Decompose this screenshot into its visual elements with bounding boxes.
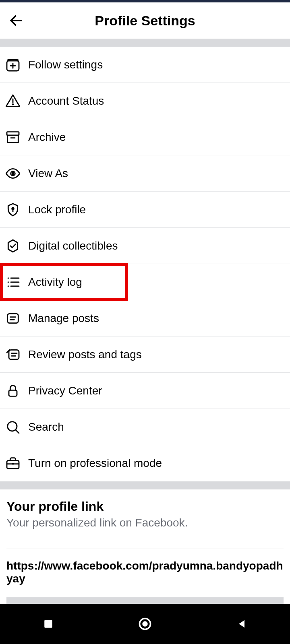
menu-item-search[interactable]: Search: [0, 409, 290, 445]
system-nav-bar: [0, 604, 290, 644]
svg-point-13: [8, 281, 9, 283]
menu-item-label: Manage posts: [28, 312, 99, 325]
menu-item-label: View As: [28, 167, 68, 180]
square-icon: [43, 619, 54, 629]
profile-link-section: Your profile link Your personalized link…: [0, 489, 290, 549]
menu-item-review-posts-tags[interactable]: Review posts and tags: [0, 336, 290, 373]
menu-item-label: Activity log: [28, 276, 82, 289]
menu-item-label: Search: [28, 421, 64, 433]
menu-item-label: Lock profile: [28, 203, 86, 216]
svg-rect-21: [9, 350, 19, 359]
menu-item-privacy-center[interactable]: Privacy Center: [0, 373, 290, 409]
recents-button[interactable]: [32, 612, 64, 636]
warning-triangle-icon: [5, 93, 26, 109]
menu-item-label: Digital collectibles: [28, 239, 118, 252]
menu-item-manage-posts[interactable]: Manage posts: [0, 300, 290, 336]
lock-icon: [5, 383, 26, 399]
profile-link-title: Your profile link: [6, 499, 284, 514]
menu-item-label: Account Status: [28, 95, 104, 107]
svg-point-14: [8, 285, 9, 287]
svg-rect-29: [12, 463, 14, 464]
menu-item-label: Privacy Center: [28, 384, 102, 397]
home-button[interactable]: [129, 612, 161, 636]
svg-rect-24: [9, 390, 17, 396]
menu-item-digital-collectibles[interactable]: Digital collectibles: [0, 228, 290, 264]
svg-rect-6: [7, 132, 19, 135]
profile-link-subtitle: Your personalized link on Facebook.: [6, 516, 284, 529]
menu-item-label: Turn on professional mode: [28, 457, 162, 470]
review-icon: [5, 347, 26, 363]
svg-rect-30: [44, 620, 52, 628]
eye-icon: [5, 165, 26, 182]
page-title: Profile Settings: [6, 13, 284, 29]
svg-line-26: [16, 429, 19, 433]
header-bar: Profile Settings: [0, 2, 290, 39]
circle-icon: [138, 617, 152, 631]
menu-item-professional-mode[interactable]: Turn on professional mode: [0, 445, 290, 481]
archive-box-icon: [5, 129, 26, 145]
svg-point-5: [12, 104, 13, 105]
menu-item-lock-profile[interactable]: Lock profile: [0, 192, 290, 228]
svg-rect-27: [7, 460, 19, 469]
svg-point-32: [142, 621, 148, 627]
briefcase-icon: [5, 455, 26, 471]
menu-item-label: Archive: [28, 131, 66, 144]
menu-item-follow-settings[interactable]: Follow settings: [0, 47, 290, 83]
hex-check-icon: [5, 238, 26, 254]
profile-link-url[interactable]: https://www.facebook.com/pradyumna.bandy…: [0, 559, 290, 597]
folder-plus-icon: [5, 57, 26, 73]
svg-point-9: [12, 173, 14, 174]
nav-back-button[interactable]: [226, 612, 258, 636]
divider-line: [6, 549, 284, 549]
menu-item-label: Follow settings: [28, 58, 103, 71]
section-divider: [0, 39, 290, 47]
shield-keyhole-icon: [5, 202, 26, 218]
search-icon: [5, 419, 26, 435]
menu-item-account-status[interactable]: Account Status: [0, 83, 290, 119]
menu-item-activity-log[interactable]: Activity log: [0, 264, 290, 300]
section-divider: [0, 481, 290, 489]
list-icon: [5, 274, 26, 290]
triangle-left-icon: [236, 618, 247, 630]
settings-list: Follow settingsAccount StatusArchiveView…: [0, 47, 290, 481]
svg-rect-18: [8, 314, 19, 323]
menu-item-archive[interactable]: Archive: [0, 119, 290, 155]
menu-item-label: Review posts and tags: [28, 348, 142, 361]
post-icon: [5, 310, 26, 326]
svg-point-12: [8, 277, 9, 279]
menu-item-view-as[interactable]: View As: [0, 155, 290, 192]
